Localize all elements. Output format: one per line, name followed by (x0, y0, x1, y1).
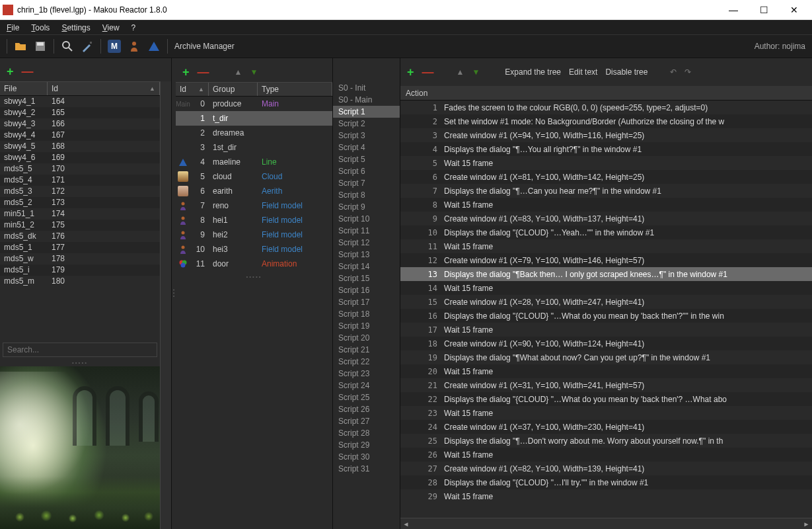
file-row[interactable]: mds5_2173 (0, 197, 160, 208)
action-row[interactable]: 27Create window #1 (X=82, Y=100, Width=1… (400, 462, 812, 475)
file-table-body[interactable]: sbwy4_1164sbwy4_2165sbwy4_3166sbwy4_4167… (0, 96, 160, 287)
script-list[interactable]: S0 - InitS0 - MainScript 1Script 2Script… (333, 82, 400, 475)
file-row[interactable]: mds5_m180 (0, 276, 160, 287)
group-row[interactable]: 1t_dir (176, 111, 332, 126)
file-row[interactable]: min51_1174 (0, 208, 160, 220)
action-move-down-button[interactable]: ▼ (472, 67, 480, 77)
group-row[interactable]: 11doorAnimation (176, 257, 332, 271)
remove-group-button[interactable]: — (198, 65, 209, 79)
script-item[interactable]: Script 17 (333, 296, 400, 308)
file-row[interactable]: min51_2175 (0, 220, 160, 231)
action-row[interactable]: 25Displays the dialog "¶…Don't worry abo… (400, 434, 812, 448)
script-item[interactable]: Script 6 (333, 165, 400, 177)
action-row[interactable]: 12Create window #1 (X=79, Y=100, Width=1… (400, 253, 812, 267)
scroll-right-button[interactable]: ► (801, 518, 812, 530)
close-button[interactable]: ✕ (779, 0, 809, 20)
save-icon[interactable] (34, 40, 47, 53)
group-row[interactable]: 31st_dir (176, 140, 332, 155)
file-row[interactable]: sbwy4_3166 (0, 118, 160, 130)
action-move-up-button[interactable]: ▲ (457, 67, 464, 77)
script-item[interactable]: Script 24 (333, 380, 400, 391)
group-row[interactable]: 7renoField model (176, 198, 332, 213)
script-item[interactable]: Script 11 (333, 225, 400, 237)
action-row[interactable]: 14Wait 15 frame (400, 281, 812, 295)
action-row[interactable]: 21Create window #1 (X=31, Y=100, Width=2… (400, 378, 812, 392)
menu-file[interactable]: File (7, 23, 19, 32)
move-down-button[interactable]: ▼ (250, 67, 258, 77)
action-row[interactable]: 18Create window #1 (X=90, Y=100, Width=1… (400, 337, 812, 350)
group-row[interactable]: 4maelineLine (176, 155, 332, 169)
triangle-icon[interactable] (147, 40, 161, 53)
script-item[interactable]: S0 - Init (333, 82, 400, 94)
script-item[interactable]: Script 28 (333, 427, 400, 439)
remove-file-button[interactable]: — (22, 65, 34, 79)
script-item[interactable]: Script 31 (333, 463, 400, 475)
expand-tree-button[interactable]: Expand the tree (505, 67, 561, 77)
edit-text-button[interactable]: Edit text (569, 67, 597, 77)
file-scrollbar[interactable] (160, 81, 171, 529)
undo-icon[interactable]: ↶ (670, 67, 677, 77)
action-row[interactable]: 28Displays the dialog "{CLOUD} "…I'll tr… (400, 475, 812, 489)
action-table-body[interactable]: 1Fades the screen to the colour RGB(0, 0… (400, 101, 812, 518)
script-item[interactable]: Script 27 (333, 415, 400, 427)
horizontal-splitter[interactable]: ••••• (0, 360, 160, 364)
menu-help[interactable]: ? (131, 23, 136, 32)
action-row[interactable]: 17Wait 15 frame (400, 323, 812, 337)
action-hscrollbar[interactable]: ◄ ► (400, 518, 812, 529)
search-input[interactable] (3, 343, 157, 357)
action-row[interactable]: 1Fades the screen to the colour RGB(0, 0… (400, 101, 812, 114)
group-row[interactable]: 8hei1Field model (176, 213, 332, 227)
action-row[interactable]: 8Wait 15 frame (400, 198, 812, 212)
scroll-left-button[interactable]: ◄ (400, 518, 412, 530)
file-row[interactable]: mds5_5170 (0, 163, 160, 175)
script-item[interactable]: Script 5 (333, 153, 400, 165)
script-item[interactable]: Script 1 (333, 106, 400, 118)
script-item[interactable]: Script 16 (333, 284, 400, 296)
archive-manager-button[interactable]: Archive Manager (174, 42, 235, 51)
open-folder-icon[interactable] (14, 40, 27, 53)
script-item[interactable]: Script 12 (333, 237, 400, 249)
remove-action-button[interactable]: — (422, 65, 434, 79)
action-row[interactable]: 16Displays the dialog "{CLOUD} "…What do… (400, 309, 812, 323)
script-item[interactable]: Script 26 (333, 403, 400, 415)
script-item[interactable]: Script 3 (333, 130, 400, 142)
person-icon[interactable] (128, 40, 141, 53)
script-item[interactable]: Script 18 (333, 308, 400, 320)
group-row[interactable]: 5cloudCloud (176, 169, 332, 184)
action-row[interactable]: 29Wait 15 frame (400, 489, 812, 503)
file-row[interactable]: mds5_1177 (0, 242, 160, 253)
script-item[interactable]: Script 4 (333, 142, 400, 153)
script-item[interactable]: Script 2 (333, 118, 400, 130)
group-splitter[interactable]: ••••• (176, 274, 332, 278)
action-col-label[interactable]: Action (406, 89, 427, 98)
group-row[interactable]: 6earithAerith (176, 184, 332, 198)
action-row[interactable]: 22Displays the dialog "{CLOUD} "…What do… (400, 392, 812, 406)
file-row[interactable]: sbwy4_5168 (0, 141, 160, 152)
script-item[interactable]: Script 14 (333, 261, 400, 272)
script-item[interactable]: Script 7 (333, 177, 400, 189)
script-item[interactable]: Script 23 (333, 368, 400, 380)
group-row[interactable]: 10hei3Field model (176, 242, 332, 257)
file-row[interactable]: mds5_4171 (0, 175, 160, 186)
file-row[interactable]: mds5_w178 (0, 253, 160, 264)
group-row[interactable]: 2dreamea (176, 126, 332, 140)
script-item[interactable]: Script 13 (333, 249, 400, 261)
file-row[interactable]: mds5_3172 (0, 186, 160, 197)
file-row[interactable]: sbwy4_1164 (0, 96, 160, 107)
minimize-button[interactable]: — (718, 0, 749, 20)
action-row[interactable]: 10Displays the dialog "{CLOUD} "…Yeah…""… (400, 225, 812, 239)
group-row[interactable]: Main0produceMain (176, 97, 332, 111)
redo-icon[interactable]: ↷ (684, 67, 691, 77)
action-row[interactable]: 13Displays the dialog "¶Back then… I onl… (400, 267, 812, 281)
script-item[interactable]: Script 22 (333, 356, 400, 368)
script-item[interactable]: Script 20 (333, 332, 400, 344)
menu-settings[interactable]: Settings (61, 23, 90, 32)
action-row[interactable]: 20Wait 15 frame (400, 364, 812, 378)
file-row[interactable]: mds5_i179 (0, 264, 160, 276)
action-row[interactable]: 15Create window #1 (X=28, Y=100, Width=2… (400, 295, 812, 309)
search-icon[interactable] (61, 40, 74, 53)
m-icon[interactable]: M (108, 40, 121, 53)
group-col-id[interactable]: Id▲ (176, 83, 209, 96)
scroll-track[interactable] (412, 518, 801, 529)
file-col-id[interactable]: Id▲ (48, 82, 160, 95)
